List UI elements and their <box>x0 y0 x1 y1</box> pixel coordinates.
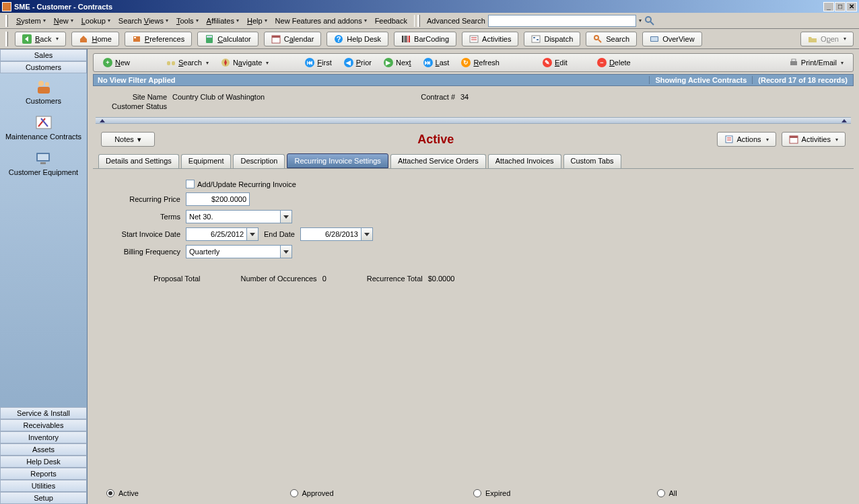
overview-button[interactable]: OverView <box>642 32 701 46</box>
start-date-input[interactable] <box>186 227 246 241</box>
refresh-button[interactable]: ↻Refresh <box>457 57 504 69</box>
advanced-search-icon[interactable] <box>644 15 655 26</box>
tab-equipment[interactable]: Equipment <box>181 154 232 169</box>
terms-combo[interactable] <box>186 210 292 223</box>
start-date-combo[interactable] <box>186 227 259 241</box>
start-date-dropdown[interactable] <box>246 227 259 241</box>
tab-details[interactable]: Details and Settings <box>98 154 179 169</box>
sidebar-service-install[interactable]: Service & Install <box>0 407 87 419</box>
recurrence-total-label: Recurrence Total <box>367 275 423 283</box>
filter-radios: Active Approved Expired All <box>93 489 854 497</box>
print-email-button[interactable]: Print/Email▾ <box>785 57 848 69</box>
tab-custom[interactable]: Custom Tabs <box>563 154 621 169</box>
menu-features[interactable]: New Features and addons▾ <box>271 15 371 27</box>
menu-affiliates[interactable]: Affiliates▾ <box>203 15 243 27</box>
sidebar-item-equipment[interactable]: Customer Equipment <box>9 150 78 176</box>
expander-bar[interactable] <box>96 117 851 124</box>
advanced-search-dropdown[interactable]: ▾ <box>639 17 642 24</box>
menu-new[interactable]: New▾ <box>50 15 77 27</box>
actions-button[interactable]: Actions▾ <box>717 132 776 147</box>
sidebar-reports[interactable]: Reports <box>0 468 87 480</box>
barcoding-button[interactable]: BarCoding <box>394 32 456 46</box>
next-button[interactable]: ▶Next <box>380 57 415 69</box>
last-button[interactable]: ⏭Last <box>419 57 454 69</box>
tab-invoices[interactable]: Attached Invoices <box>488 154 561 169</box>
svg-rect-8 <box>272 36 280 38</box>
sidebar-item-maintenance[interactable]: Maintenance Contracts <box>5 114 81 141</box>
helpdesk-button[interactable]: ?Help Desk <box>327 32 388 46</box>
menu-lookup[interactable]: Lookup▾ <box>77 15 114 27</box>
search-button-rec[interactable]: Search▾ <box>162 57 213 69</box>
advanced-search-input[interactable] <box>488 15 636 27</box>
tab-service-orders[interactable]: Attached Service Orders <box>390 154 486 169</box>
radio-all[interactable]: All <box>657 489 841 497</box>
people-icon <box>34 79 53 95</box>
notes-button[interactable]: Notes▾ <box>101 132 155 147</box>
svg-text:?: ? <box>337 35 341 43</box>
tab-description[interactable]: Description <box>233 154 285 169</box>
minimize-button[interactable]: _ <box>823 2 834 11</box>
sidebar-helpdesk[interactable]: Help Desk <box>0 456 87 468</box>
prior-button[interactable]: ◀Prior <box>340 57 376 69</box>
preferences-button[interactable]: Preferences <box>125 32 192 46</box>
menu-feedback[interactable]: Feedback <box>371 15 411 27</box>
navigate-button[interactable]: Navigate▾ <box>217 57 273 69</box>
contract-num-value: 34 <box>460 93 469 101</box>
svg-rect-44 <box>790 136 798 138</box>
addupdate-checkbox[interactable] <box>186 180 195 188</box>
radio-active[interactable]: Active <box>106 489 290 497</box>
menu-tools[interactable]: Tools▾ <box>172 15 203 27</box>
billing-freq-label: Billing Frequency <box>106 248 180 256</box>
tab-recurring-invoice[interactable]: Recurring Invoice Settings <box>287 153 388 168</box>
sidebar-sales[interactable]: Sales <box>0 49 87 61</box>
maximize-button[interactable]: □ <box>835 2 846 11</box>
sidebar-utilities[interactable]: Utilities <box>0 480 87 492</box>
tabs: Details and Settings Equipment Descripti… <box>98 153 854 168</box>
menubar-grip2 <box>417 15 420 27</box>
new-button[interactable]: +New <box>99 57 134 69</box>
edit-button[interactable]: ✎Edit <box>539 57 572 69</box>
svg-rect-21 <box>537 39 539 40</box>
svg-rect-19 <box>532 36 540 42</box>
sidebar-assets[interactable]: Assets <box>0 443 87 456</box>
tab-content: Add/Update Recurring Invoice Recurring P… <box>93 168 854 504</box>
end-date-dropdown[interactable] <box>361 227 373 241</box>
calendar-button[interactable]: Calendar <box>264 32 322 46</box>
terms-dropdown[interactable] <box>280 210 292 223</box>
radio-approved[interactable]: Approved <box>290 489 474 497</box>
printer-icon <box>789 58 798 67</box>
activities-button[interactable]: Activities <box>462 32 518 46</box>
back-button[interactable]: Back▾ <box>15 32 66 46</box>
menu-system[interactable]: System▾ <box>12 15 50 27</box>
activities-button-2[interactable]: Activities▾ <box>782 132 846 147</box>
menu-searchviews[interactable]: Search Views▾ <box>114 15 172 27</box>
sidebar-item-customers[interactable]: Customers <box>26 79 61 105</box>
start-date-label: Start Invoice Date <box>106 230 180 238</box>
open-button[interactable]: Open▾ <box>800 32 854 46</box>
toolbar-grip <box>5 32 8 46</box>
first-button[interactable]: ⏮First <box>301 57 335 69</box>
terms-input[interactable] <box>186 210 280 223</box>
end-date-input[interactable] <box>300 227 361 241</box>
end-date-combo[interactable] <box>300 227 373 241</box>
sidebar-receivables[interactable]: Receivables <box>0 419 87 431</box>
delete-button[interactable]: −Delete <box>593 57 635 69</box>
recurring-price-input[interactable] <box>186 192 250 206</box>
svg-rect-12 <box>404 36 405 42</box>
menu-help[interactable]: Help▾ <box>243 15 271 27</box>
sidebar-inventory[interactable]: Inventory <box>0 431 87 443</box>
calculator-button[interactable]: Calculator <box>197 32 259 46</box>
billing-freq-input[interactable] <box>186 245 280 258</box>
sidebar-customers-header[interactable]: Customers <box>0 61 87 73</box>
radio-icon <box>106 489 114 497</box>
radio-expired[interactable]: Expired <box>473 489 657 497</box>
search-button[interactable]: Search <box>586 32 637 46</box>
billing-freq-dropdown[interactable] <box>280 245 292 258</box>
advanced-search-label: Advanced Search <box>427 17 485 25</box>
dispatch-button[interactable]: Dispatch <box>524 32 580 46</box>
sidebar: Sales Customers Customers Maintenance Co… <box>0 49 88 504</box>
billing-freq-combo[interactable] <box>186 245 292 258</box>
close-button[interactable]: ✕ <box>846 2 857 11</box>
home-button[interactable]: Home <box>71 32 118 46</box>
sidebar-setup[interactable]: Setup <box>0 492 87 504</box>
